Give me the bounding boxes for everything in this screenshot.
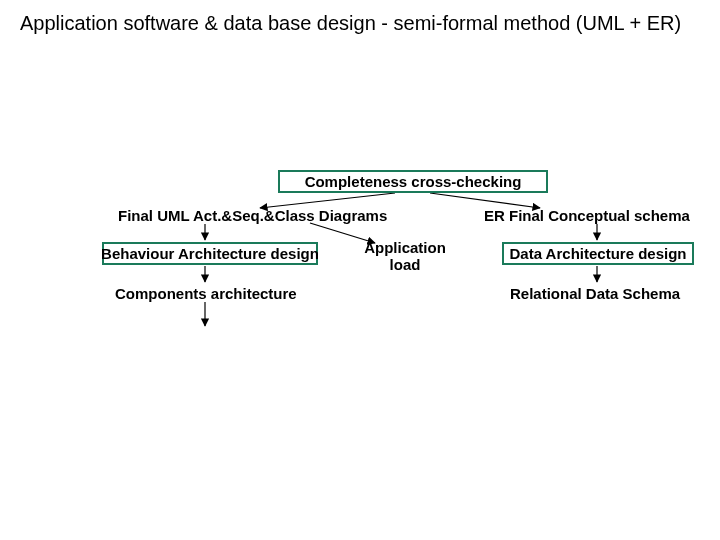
svg-line-0 — [260, 193, 395, 208]
diagram-stage: Application software & data base design … — [0, 0, 720, 540]
box-data-architecture-design: Data Architecture design — [502, 242, 694, 265]
svg-line-1 — [430, 193, 540, 208]
box-completeness-cross-checking: Completeness cross-checking — [278, 170, 548, 193]
label-application-load-line2: load — [390, 256, 421, 273]
box-behaviour-architecture-design: Behaviour Architecture design — [102, 242, 318, 265]
label-components-architecture: Components architecture — [115, 285, 297, 302]
label-application-load-line1: Application — [364, 239, 446, 256]
label-er-final-conceptual-schema: ER Final Conceptual schema — [484, 207, 690, 224]
label-application-load: Application load — [355, 240, 455, 273]
label-relational-data-schema: Relational Data Schema — [510, 285, 680, 302]
slide-title: Application software & data base design … — [20, 12, 681, 35]
label-final-uml-diagrams: Final UML Act.&Seq.&Class Diagrams — [118, 207, 387, 224]
